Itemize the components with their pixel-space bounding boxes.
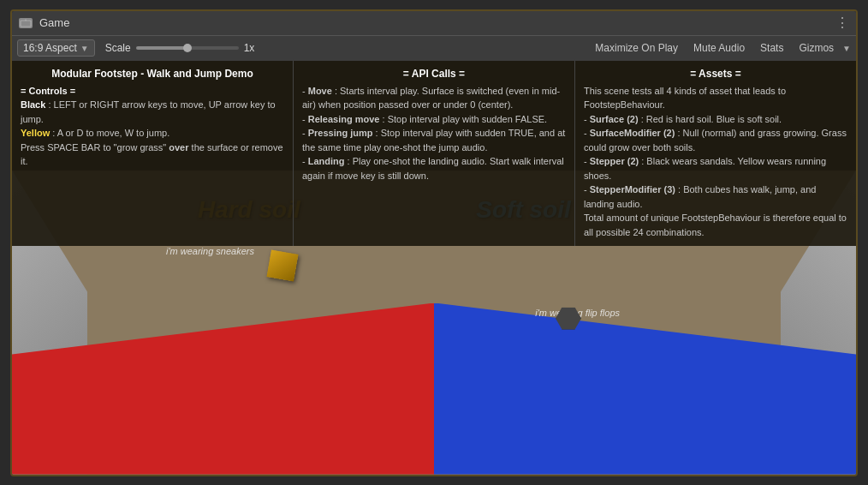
assets-content: This scene tests all 4 kinds of asset th… — [584, 84, 847, 240]
aspect-dropdown[interactable]: 16:9 Aspect ▼ — [17, 39, 95, 57]
scale-value: 1x — [244, 42, 255, 54]
info-panel: Modular Footstep - Walk and Jump Demo = … — [12, 61, 856, 247]
api-content: - Move : Starts interval play. Surface i… — [302, 84, 566, 183]
mute-audio-button[interactable]: Mute Audio — [687, 39, 752, 57]
title-bar: Game ⋮ — [12, 11, 856, 35]
svg-rect-0 — [21, 21, 31, 27]
game-area: Modular Footstep - Walk and Jump Demo = … — [12, 61, 856, 475]
gizmos-button[interactable]: Gizmos — [792, 39, 841, 57]
game-icon — [19, 18, 33, 28]
gold-cube — [266, 249, 298, 281]
toolbar: 16:9 Aspect ▼ Scale 1x Maximize On Play … — [12, 35, 856, 61]
character-left-label: i'm wearing sneakers — [166, 246, 254, 256]
aspect-dropdown-arrow: ▼ — [80, 44, 89, 53]
maximize-on-play-button[interactable]: Maximize On Play — [588, 39, 685, 57]
game-window: Game ⋮ 16:9 Aspect ▼ Scale 1x Maximize O… — [10, 9, 858, 476]
aspect-label: 16:9 Aspect — [23, 42, 77, 54]
scale-slider[interactable] — [136, 46, 239, 50]
assets-column: = Assets = This scene tests all 4 kinds … — [575, 61, 856, 247]
scale-label: Scale — [105, 42, 131, 54]
stats-button[interactable]: Stats — [753, 39, 790, 57]
api-column: = API Calls = - Move : Starts interval p… — [294, 61, 575, 247]
toolbar-right: Maximize On Play Mute Audio Stats Gizmos… — [588, 39, 851, 57]
controls-column: Modular Footstep - Walk and Jump Demo = … — [12, 61, 294, 247]
api-title: = API Calls = — [302, 68, 566, 80]
gizmos-section[interactable]: Gizmos ▼ — [792, 39, 851, 57]
assets-title: = Assets = — [584, 68, 847, 80]
title-text: Game — [39, 16, 69, 29]
scale-section: Scale 1x — [105, 42, 255, 54]
controls-content: = Controls = Black : LEFT or RIGHT arrow… — [21, 84, 284, 169]
svg-point-1 — [25, 19, 27, 21]
window-menu-button[interactable]: ⋮ — [835, 15, 849, 31]
gizmos-arrow: ▼ — [842, 44, 851, 53]
scale-slider-handle — [183, 44, 192, 52]
demo-title: Modular Footstep - Walk and Jump Demo — [21, 68, 284, 80]
